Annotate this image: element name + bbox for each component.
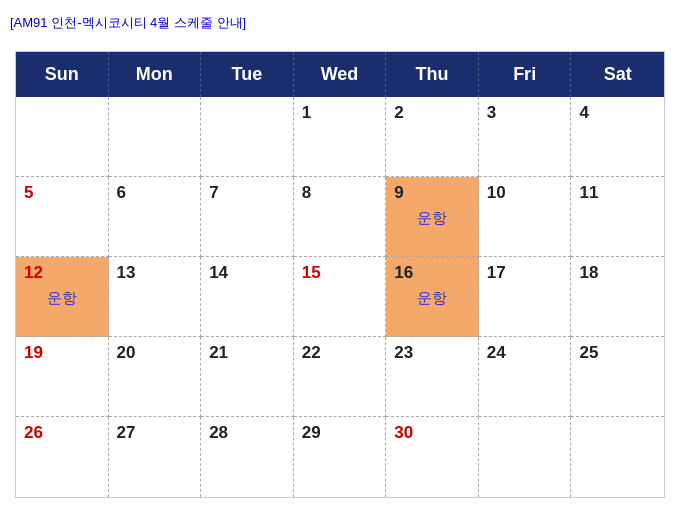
day-number: 11 xyxy=(579,183,656,203)
calendar-cell: 1 xyxy=(294,97,387,177)
day-number: 7 xyxy=(209,183,285,203)
calendar-header-cell: Sun xyxy=(16,52,109,97)
calendar-cell: 29 xyxy=(294,417,387,497)
calendar-header-cell: Mon xyxy=(109,52,202,97)
calendar-cell: 14 xyxy=(201,257,294,337)
day-number: 12 xyxy=(24,263,100,283)
calendar-cell: 16운항 xyxy=(386,257,479,337)
day-number: 6 xyxy=(117,183,193,203)
day-number: 18 xyxy=(579,263,656,283)
calendar-cell: 7 xyxy=(201,177,294,257)
day-number: 30 xyxy=(394,423,470,443)
calendar-cell: 23 xyxy=(386,337,479,417)
calendar-cell: 10 xyxy=(479,177,572,257)
day-number: 14 xyxy=(209,263,285,283)
day-number: 10 xyxy=(487,183,563,203)
calendar-cell xyxy=(16,97,109,177)
calendar-cell: 28 xyxy=(201,417,294,497)
cell-label: 운항 xyxy=(394,289,470,308)
day-number: 15 xyxy=(302,263,378,283)
calendar-header-cell: Sat xyxy=(571,52,664,97)
calendar-cell xyxy=(479,417,572,497)
calendar-header-cell: Tue xyxy=(201,52,294,97)
calendar-cell: 20 xyxy=(109,337,202,417)
calendar-cell: 19 xyxy=(16,337,109,417)
day-number: 19 xyxy=(24,343,100,363)
calendar-cell: 25 xyxy=(571,337,664,417)
day-number: 28 xyxy=(209,423,285,443)
day-number: 8 xyxy=(302,183,378,203)
calendar-cell: 21 xyxy=(201,337,294,417)
day-number: 22 xyxy=(302,343,378,363)
day-number: 9 xyxy=(394,183,470,203)
page-title: [AM91 인천-멕시코시티 4월 스케줄 안내] xyxy=(10,10,670,36)
day-number: 4 xyxy=(579,103,656,123)
day-number: 26 xyxy=(24,423,100,443)
day-number: 21 xyxy=(209,343,285,363)
day-number: 5 xyxy=(24,183,100,203)
calendar-header-cell: Wed xyxy=(294,52,387,97)
calendar-cell: 13 xyxy=(109,257,202,337)
cell-label: 운항 xyxy=(24,289,100,308)
calendar-cell: 15 xyxy=(294,257,387,337)
calendar-cell xyxy=(571,417,664,497)
calendar-cell: 27 xyxy=(109,417,202,497)
day-number: 13 xyxy=(117,263,193,283)
cell-label: 운항 xyxy=(394,209,470,228)
calendar-cell: 2 xyxy=(386,97,479,177)
calendar-cell: 12운항 xyxy=(16,257,109,337)
day-number: 24 xyxy=(487,343,563,363)
calendar-cell xyxy=(201,97,294,177)
day-number: 3 xyxy=(487,103,563,123)
day-number: 27 xyxy=(117,423,193,443)
calendar-cell: 24 xyxy=(479,337,572,417)
day-number: 16 xyxy=(394,263,470,283)
calendar-cell: 8 xyxy=(294,177,387,257)
day-number: 20 xyxy=(117,343,193,363)
day-number: 29 xyxy=(302,423,378,443)
calendar-cell: 3 xyxy=(479,97,572,177)
calendar-cell: 5 xyxy=(16,177,109,257)
calendar-wrapper: SunMonTueWedThuFriSat 123456789운항101112운… xyxy=(15,51,665,498)
calendar-cell: 22 xyxy=(294,337,387,417)
day-number: 25 xyxy=(579,343,656,363)
calendar-cell xyxy=(109,97,202,177)
calendar-header-cell: Thu xyxy=(386,52,479,97)
calendar-body: 123456789운항101112운항13141516운항17181920212… xyxy=(16,97,664,497)
calendar-cell: 17 xyxy=(479,257,572,337)
calendar-cell: 6 xyxy=(109,177,202,257)
day-number: 1 xyxy=(302,103,378,123)
calendar-cell: 11 xyxy=(571,177,664,257)
calendar-header-cell: Fri xyxy=(479,52,572,97)
calendar-cell: 9운항 xyxy=(386,177,479,257)
day-number: 23 xyxy=(394,343,470,363)
calendar-cell: 18 xyxy=(571,257,664,337)
calendar-header: SunMonTueWedThuFriSat xyxy=(16,52,664,97)
day-number: 2 xyxy=(394,103,470,123)
calendar-cell: 4 xyxy=(571,97,664,177)
calendar-cell: 26 xyxy=(16,417,109,497)
calendar-cell: 30 xyxy=(386,417,479,497)
day-number: 17 xyxy=(487,263,563,283)
